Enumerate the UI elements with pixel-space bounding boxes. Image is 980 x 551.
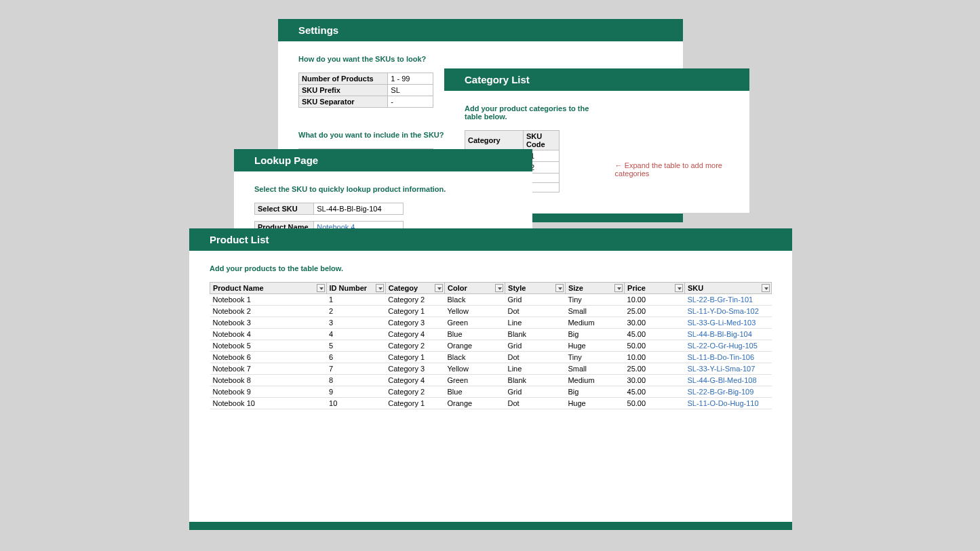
column-header[interactable]: Product Name	[210, 283, 327, 294]
cell-size[interactable]: Medium	[565, 317, 624, 329]
table-row[interactable]: Notebook 77Category 3YellowLineSmall25.0…	[210, 363, 772, 375]
cell-product-name[interactable]: Notebook 8	[210, 375, 327, 386]
sku-link[interactable]: SL-11-O-Do-Hug-110	[687, 399, 758, 407]
filter-dropdown-icon[interactable]	[495, 284, 503, 292]
cell-category[interactable]: Category 3	[385, 317, 444, 329]
cell-size[interactable]: Big	[565, 329, 624, 340]
cell-category[interactable]: Category 2	[385, 386, 444, 398]
cell-price[interactable]: 50.00	[625, 398, 685, 409]
column-header[interactable]: Categoy	[385, 283, 444, 294]
cell-category[interactable]: Category 1	[385, 398, 444, 409]
table-row[interactable]: Notebook 1010Category 1OrangeDotHuge50.0…	[210, 398, 772, 409]
column-header[interactable]: Price	[625, 283, 685, 294]
cell-style[interactable]: Grid	[505, 340, 566, 352]
cell-style[interactable]: Line	[505, 363, 566, 375]
cell-color[interactable]: Black	[445, 352, 505, 363]
filter-dropdown-icon[interactable]	[614, 284, 623, 292]
cell-id[interactable]: 4	[326, 329, 385, 340]
filter-dropdown-icon[interactable]	[376, 284, 384, 292]
sku-link[interactable]: SL-22-B-Gr-Big-109	[687, 388, 753, 396]
settings-row-value[interactable]: 1 - 99	[388, 73, 433, 85]
col-skucode[interactable]: SKU Code	[524, 131, 560, 150]
filter-dropdown-icon[interactable]	[435, 284, 443, 292]
cell-style[interactable]: Blank	[505, 329, 566, 340]
sku-link[interactable]: SL-44-G-Bl-Med-108	[687, 376, 756, 384]
cell-product-name[interactable]: Notebook 6	[210, 352, 327, 363]
cell-color[interactable]: Blue	[445, 329, 505, 340]
column-header[interactable]: Size	[565, 283, 624, 294]
cell-size[interactable]: Tiny	[565, 352, 624, 363]
cell-size[interactable]: Huge	[565, 398, 624, 409]
cell-product-name[interactable]: Notebook 7	[210, 363, 327, 375]
cell-product-name[interactable]: Notebook 4	[210, 329, 327, 340]
cell-style[interactable]: Blank	[505, 375, 566, 386]
cell-color[interactable]: Blue	[445, 386, 505, 398]
cell-color[interactable]: Yellow	[445, 363, 505, 375]
cell-product-name[interactable]: Notebook 1	[210, 294, 327, 306]
cell-id[interactable]: 7	[326, 363, 385, 375]
lookup-row-value[interactable]: SL-44-B-Bl-Big-104	[314, 203, 404, 215]
cell-sku[interactable]: SL-11-B-Do-Tin-106	[684, 352, 771, 363]
cell-size[interactable]: Big	[565, 386, 624, 398]
cell-price[interactable]: 10.00	[625, 352, 685, 363]
cell-style[interactable]: Grid	[505, 294, 566, 306]
table-row[interactable]: Notebook 33Category 3GreenLineMedium30.0…	[210, 317, 772, 329]
table-row[interactable]: Notebook 66Category 1BlackDotTiny10.00SL…	[210, 352, 772, 363]
cell-id[interactable]: 6	[326, 352, 385, 363]
cell-category[interactable]: Category 1	[385, 306, 444, 317]
cell-id[interactable]: 1	[326, 294, 385, 306]
sku-link[interactable]: SL-33-G-Li-Med-103	[687, 319, 756, 327]
sku-link[interactable]: SL-22-O-Gr-Hug-105	[687, 342, 757, 350]
settings-row-value[interactable]: -	[388, 96, 433, 108]
cell-style[interactable]: Dot	[505, 306, 566, 317]
cell-sku[interactable]: SL-11-O-Do-Hug-110	[684, 398, 771, 409]
cell-id[interactable]: 3	[326, 317, 385, 329]
cell-sku[interactable]: SL-22-B-Gr-Tin-101	[684, 294, 771, 306]
table-row[interactable]: Notebook 11Category 2BlackGridTiny10.00S…	[210, 294, 772, 306]
filter-dropdown-icon[interactable]	[317, 284, 325, 292]
cell-sku[interactable]: SL-33-Y-Li-Sma-107	[684, 363, 771, 375]
cell-category[interactable]: Category 2	[385, 294, 444, 306]
cell-sku[interactable]: SL-44-B-Bl-Big-104	[684, 329, 771, 340]
table-row[interactable]: Notebook 55Category 2OrangeGridHuge50.00…	[210, 340, 772, 352]
sku-link[interactable]: SL-33-Y-Li-Sma-107	[687, 365, 755, 373]
cell-size[interactable]: Tiny	[565, 294, 624, 306]
settings-row-value[interactable]: SL	[388, 85, 433, 96]
cell-size[interactable]: Medium	[565, 375, 624, 386]
cell-sku[interactable]: SL-22-B-Gr-Big-109	[684, 386, 771, 398]
cell-id[interactable]: 2	[326, 306, 385, 317]
cell-color[interactable]: Yellow	[445, 306, 505, 317]
cell-style[interactable]: Dot	[505, 352, 566, 363]
table-row[interactable]: Notebook 88Category 4GreenBlankMedium30.…	[210, 375, 772, 386]
cell-category[interactable]: Category 4	[385, 375, 444, 386]
sku-link[interactable]: SL-22-B-Gr-Tin-101	[687, 295, 753, 304]
cell-product-name[interactable]: Notebook 9	[210, 386, 327, 398]
cell-style[interactable]: Dot	[505, 398, 566, 409]
cell-product-name[interactable]: Notebook 5	[210, 340, 327, 352]
cell-style[interactable]: Grid	[505, 386, 566, 398]
cell-color[interactable]: Green	[445, 375, 505, 386]
filter-dropdown-icon[interactable]	[762, 284, 770, 292]
cell-price[interactable]: 30.00	[625, 317, 685, 329]
cell-price[interactable]: 45.00	[625, 386, 685, 398]
filter-dropdown-icon[interactable]	[555, 284, 564, 292]
cell-product-name[interactable]: Notebook 10	[210, 398, 327, 409]
cell-color[interactable]: Orange	[445, 398, 505, 409]
cell-size[interactable]: Huge	[565, 340, 624, 352]
cell-sku[interactable]: SL-22-O-Gr-Hug-105	[684, 340, 771, 352]
table-row[interactable]: Notebook 99Category 2BlueGridBig45.00SL-…	[210, 386, 772, 398]
cell-sku[interactable]: SL-33-G-Li-Med-103	[684, 317, 771, 329]
cell-size[interactable]: Small	[565, 363, 624, 375]
cell-price[interactable]: 30.00	[625, 375, 685, 386]
cell-price[interactable]: 50.00	[625, 340, 685, 352]
cell-color[interactable]: Black	[445, 294, 505, 306]
cell-sku[interactable]: SL-44-G-Bl-Med-108	[684, 375, 771, 386]
cell-style[interactable]: Line	[505, 317, 566, 329]
cell-price[interactable]: 25.00	[625, 306, 685, 317]
cell-category[interactable]: Category 1	[385, 352, 444, 363]
cell-size[interactable]: Small	[565, 306, 624, 317]
cell-product-name[interactable]: Notebook 2	[210, 306, 327, 317]
sku-link[interactable]: SL-44-B-Bl-Big-104	[687, 330, 751, 338]
cell-category[interactable]: Category 4	[385, 329, 444, 340]
sku-link[interactable]: SL-11-B-Do-Tin-106	[687, 353, 754, 361]
